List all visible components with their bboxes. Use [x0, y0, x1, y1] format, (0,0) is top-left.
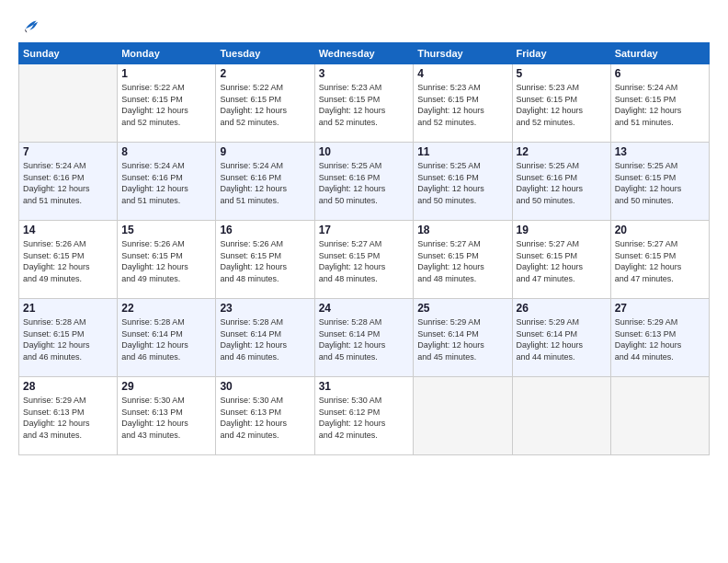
day-info: Sunrise: 5:27 AMSunset: 6:15 PMDaylight:… — [319, 238, 409, 284]
day-number: 8 — [121, 145, 211, 158]
calendar-cell: 30 Sunrise: 5:30 AMSunset: 6:13 PMDaylig… — [216, 377, 314, 455]
header — [18, 17, 710, 37]
calendar-cell: 3 Sunrise: 5:23 AMSunset: 6:15 PMDayligh… — [314, 64, 413, 143]
calendar-cell: 5 Sunrise: 5:23 AMSunset: 6:15 PMDayligh… — [512, 64, 610, 143]
calendar-cell: 31 Sunrise: 5:30 AMSunset: 6:12 PMDaylig… — [314, 377, 413, 455]
calendar-cell: 2 Sunrise: 5:22 AMSunset: 6:15 PMDayligh… — [216, 64, 314, 143]
day-info: Sunrise: 5:28 AMSunset: 6:14 PMDaylight:… — [220, 316, 310, 362]
calendar-cell: 14 Sunrise: 5:26 AMSunset: 6:15 PMDaylig… — [19, 221, 118, 299]
day-info: Sunrise: 5:26 AMSunset: 6:15 PMDaylight:… — [220, 238, 310, 284]
day-number: 16 — [220, 224, 310, 236]
day-number: 24 — [319, 302, 409, 315]
calendar-cell — [512, 377, 610, 455]
header-saturday: Saturday — [610, 43, 709, 64]
logo-bird-icon — [20, 17, 40, 37]
calendar-cell: 8 Sunrise: 5:24 AMSunset: 6:16 PMDayligh… — [118, 143, 216, 221]
calendar-table: SundayMondayTuesdayWednesdayThursdayFrid… — [18, 42, 710, 455]
calendar-cell: 22 Sunrise: 5:28 AMSunset: 6:14 PMDaylig… — [118, 299, 216, 377]
day-info: Sunrise: 5:27 AMSunset: 6:15 PMDaylight:… — [417, 238, 507, 284]
day-number: 5 — [517, 67, 607, 80]
day-info: Sunrise: 5:22 AMSunset: 6:15 PMDaylight:… — [121, 82, 211, 128]
calendar-cell: 17 Sunrise: 5:27 AMSunset: 6:15 PMDaylig… — [314, 221, 413, 299]
calendar-cell: 19 Sunrise: 5:27 AMSunset: 6:15 PMDaylig… — [512, 221, 610, 299]
calendar-week-row: 14 Sunrise: 5:26 AMSunset: 6:15 PMDaylig… — [19, 221, 710, 299]
day-info: Sunrise: 5:24 AMSunset: 6:16 PMDaylight:… — [121, 160, 211, 206]
day-info: Sunrise: 5:30 AMSunset: 6:13 PMDaylight:… — [121, 395, 211, 441]
day-number: 13 — [615, 145, 705, 158]
calendar-cell: 18 Sunrise: 5:27 AMSunset: 6:15 PMDaylig… — [414, 221, 512, 299]
day-number: 2 — [220, 67, 310, 80]
calendar-week-row: 1 Sunrise: 5:22 AMSunset: 6:15 PMDayligh… — [19, 64, 710, 143]
day-number: 1 — [121, 67, 211, 80]
day-number: 29 — [121, 380, 211, 393]
calendar-cell: 1 Sunrise: 5:22 AMSunset: 6:15 PMDayligh… — [118, 64, 216, 143]
calendar-cell: 29 Sunrise: 5:30 AMSunset: 6:13 PMDaylig… — [118, 377, 216, 455]
day-number: 27 — [615, 302, 705, 315]
day-number: 6 — [615, 67, 705, 80]
day-number: 28 — [23, 380, 113, 393]
calendar-cell: 23 Sunrise: 5:28 AMSunset: 6:14 PMDaylig… — [216, 299, 314, 377]
day-info: Sunrise: 5:29 AMSunset: 6:13 PMDaylight:… — [615, 316, 705, 362]
day-info: Sunrise: 5:25 AMSunset: 6:15 PMDaylight:… — [615, 160, 705, 206]
header-friday: Friday — [512, 43, 610, 64]
calendar-cell: 28 Sunrise: 5:29 AMSunset: 6:13 PMDaylig… — [19, 377, 118, 455]
day-info: Sunrise: 5:27 AMSunset: 6:15 PMDaylight:… — [517, 238, 607, 284]
calendar-cell: 20 Sunrise: 5:27 AMSunset: 6:15 PMDaylig… — [610, 221, 709, 299]
day-number: 14 — [23, 224, 113, 236]
logo — [18, 17, 40, 37]
day-number: 17 — [319, 224, 409, 236]
calendar-cell — [414, 377, 512, 455]
day-info: Sunrise: 5:26 AMSunset: 6:15 PMDaylight:… — [121, 238, 211, 284]
day-info: Sunrise: 5:29 AMSunset: 6:14 PMDaylight:… — [417, 316, 507, 362]
calendar-week-row: 28 Sunrise: 5:29 AMSunset: 6:13 PMDaylig… — [19, 377, 710, 455]
day-number: 19 — [517, 224, 607, 236]
day-number: 26 — [517, 302, 607, 315]
day-info: Sunrise: 5:24 AMSunset: 6:16 PMDaylight:… — [220, 160, 310, 206]
calendar-cell: 12 Sunrise: 5:25 AMSunset: 6:16 PMDaylig… — [512, 143, 610, 221]
day-number: 20 — [615, 224, 705, 236]
day-info: Sunrise: 5:25 AMSunset: 6:16 PMDaylight:… — [319, 160, 409, 206]
day-info: Sunrise: 5:24 AMSunset: 6:15 PMDaylight:… — [615, 82, 705, 128]
calendar-cell: 15 Sunrise: 5:26 AMSunset: 6:15 PMDaylig… — [118, 221, 216, 299]
header-wednesday: Wednesday — [314, 43, 413, 64]
day-info: Sunrise: 5:25 AMSunset: 6:16 PMDaylight:… — [417, 160, 507, 206]
day-info: Sunrise: 5:28 AMSunset: 6:14 PMDaylight:… — [319, 316, 409, 362]
day-info: Sunrise: 5:22 AMSunset: 6:15 PMDaylight:… — [220, 82, 310, 128]
calendar-cell: 25 Sunrise: 5:29 AMSunset: 6:14 PMDaylig… — [414, 299, 512, 377]
page: SundayMondayTuesdayWednesdayThursdayFrid… — [0, 0, 728, 563]
calendar-cell: 24 Sunrise: 5:28 AMSunset: 6:14 PMDaylig… — [314, 299, 413, 377]
header-monday: Monday — [118, 43, 216, 64]
day-number: 11 — [417, 145, 507, 158]
day-info: Sunrise: 5:28 AMSunset: 6:14 PMDaylight:… — [121, 316, 211, 362]
day-number: 22 — [121, 302, 211, 315]
day-info: Sunrise: 5:24 AMSunset: 6:16 PMDaylight:… — [23, 160, 113, 206]
header-thursday: Thursday — [414, 43, 512, 64]
calendar-cell: 7 Sunrise: 5:24 AMSunset: 6:16 PMDayligh… — [19, 143, 118, 221]
day-number: 15 — [121, 224, 211, 236]
day-info: Sunrise: 5:28 AMSunset: 6:15 PMDaylight:… — [23, 316, 113, 362]
day-number: 31 — [319, 380, 409, 393]
calendar-cell — [19, 64, 118, 143]
calendar-cell: 21 Sunrise: 5:28 AMSunset: 6:15 PMDaylig… — [19, 299, 118, 377]
day-number: 9 — [220, 145, 310, 158]
calendar-cell: 11 Sunrise: 5:25 AMSunset: 6:16 PMDaylig… — [414, 143, 512, 221]
day-number: 25 — [417, 302, 507, 315]
calendar-cell: 6 Sunrise: 5:24 AMSunset: 6:15 PMDayligh… — [610, 64, 709, 143]
day-number: 10 — [319, 145, 409, 158]
calendar-cell: 27 Sunrise: 5:29 AMSunset: 6:13 PMDaylig… — [610, 299, 709, 377]
day-info: Sunrise: 5:29 AMSunset: 6:13 PMDaylight:… — [23, 395, 113, 441]
calendar-header-row: SundayMondayTuesdayWednesdayThursdayFrid… — [19, 43, 710, 64]
day-info: Sunrise: 5:23 AMSunset: 6:15 PMDaylight:… — [417, 82, 507, 128]
calendar-cell: 9 Sunrise: 5:24 AMSunset: 6:16 PMDayligh… — [216, 143, 314, 221]
calendar-cell: 13 Sunrise: 5:25 AMSunset: 6:15 PMDaylig… — [610, 143, 709, 221]
day-info: Sunrise: 5:25 AMSunset: 6:16 PMDaylight:… — [517, 160, 607, 206]
day-info: Sunrise: 5:26 AMSunset: 6:15 PMDaylight:… — [23, 238, 113, 284]
day-number: 23 — [220, 302, 310, 315]
day-number: 7 — [23, 145, 113, 158]
day-info: Sunrise: 5:27 AMSunset: 6:15 PMDaylight:… — [615, 238, 705, 284]
day-number: 18 — [417, 224, 507, 236]
calendar-week-row: 21 Sunrise: 5:28 AMSunset: 6:15 PMDaylig… — [19, 299, 710, 377]
header-tuesday: Tuesday — [216, 43, 314, 64]
day-info: Sunrise: 5:30 AMSunset: 6:13 PMDaylight:… — [220, 395, 310, 441]
day-number: 21 — [23, 302, 113, 315]
